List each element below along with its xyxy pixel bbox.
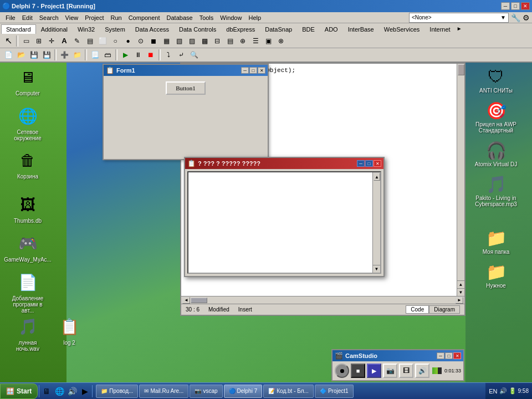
icon-network[interactable]: 🌐 Сетевое окружение — [6, 101, 50, 144]
icon-gameway[interactable]: 🎮 GameWay_MyAc... — [6, 229, 50, 265]
comp-btn-6[interactable]: ▤ — [84, 35, 96, 47]
camstudio-max[interactable]: □ — [445, 352, 453, 359]
tab-bde[interactable]: BDE — [297, 24, 320, 34]
icon-trash[interactable]: 🗑 Корзина — [6, 146, 50, 182]
start-button[interactable]: 🪟 Start — [0, 383, 38, 399]
code-vscrollbar[interactable]: ▲ ▼ — [457, 64, 464, 296]
inspect-btn[interactable]: 🔍 — [188, 49, 200, 61]
tab-dbexpress[interactable]: dbExpress — [221, 24, 260, 34]
taskbar-btn-delphi[interactable]: 🔵 Delphi 7 — [224, 385, 263, 398]
comp-btn-15[interactable]: ▩ — [198, 35, 211, 47]
code-hscrollbar[interactable]: ◄ ► — [181, 296, 464, 304]
component-selector[interactable]: <None> ▼ — [409, 13, 509, 23]
icon-log[interactable]: 📋 log 2 — [47, 312, 91, 348]
vscroll-up[interactable]: ▲ — [457, 280, 464, 288]
run-btn[interactable]: ▶ — [119, 49, 131, 61]
ql-icon-2[interactable]: 🌐 — [53, 385, 65, 397]
stop-btn[interactable]: ⏹ — [145, 49, 157, 61]
tab-ado[interactable]: ADO — [320, 24, 343, 34]
taskbar-btn-notepad[interactable]: 📝 Код.bt - Бл... — [263, 385, 314, 398]
hscroll-right[interactable]: ► — [456, 297, 463, 304]
taskbar-btn-project1[interactable]: 🔷 Project1 — [315, 385, 354, 398]
icon-computer[interactable]: 🖥 Computer — [6, 63, 50, 99]
icon-needed[interactable]: 📁 Нужное — [466, 260, 526, 291]
dialog-min-btn[interactable]: ─ — [357, 160, 365, 167]
comp-btn-3[interactable]: ✛ — [45, 35, 58, 47]
comp-btn-14[interactable]: ▨ — [186, 35, 198, 47]
tab-scroll-right[interactable]: ► — [456, 24, 463, 34]
taskbar-btn-vscap[interactable]: 📷 vscap — [190, 385, 222, 398]
icon-myfolder[interactable]: 📁 Моя папка — [466, 226, 526, 257]
unit-btn[interactable]: 📃 — [89, 49, 101, 61]
comp-btn-20[interactable]: ▣ — [262, 35, 274, 47]
ide-close-btn[interactable]: ✕ — [521, 2, 530, 10]
comp-btn-10[interactable]: ⊙ — [135, 35, 147, 47]
comp-btn-5[interactable]: ✎ — [71, 35, 83, 47]
form1-min-btn[interactable]: ─ — [241, 67, 249, 74]
code-tab-diagram[interactable]: Diagram — [429, 305, 460, 314]
ide-maximize-btn[interactable]: □ — [511, 2, 520, 10]
comp-btn-19[interactable]: ☰ — [249, 35, 262, 47]
pause-btn[interactable]: ⏸ — [132, 49, 144, 61]
ide-minimize-btn[interactable]: ─ — [501, 2, 510, 10]
camstudio-min[interactable]: ─ — [437, 352, 444, 359]
icon-pakito[interactable]: 🎵 Pakito - Living in Cyberspace.mp3 — [466, 172, 526, 209]
icon-anti-cheats[interactable]: 🛡 ANTI CHИТы — [466, 65, 526, 96]
vscroll-down[interactable]: ▼ — [457, 288, 464, 296]
form1-close-btn[interactable]: ✕ — [258, 67, 265, 74]
hscroll-left[interactable]: ◄ — [182, 297, 190, 304]
save-all-btn[interactable]: 💾 — [40, 49, 53, 61]
comp-btn-4[interactable]: A — [58, 35, 70, 47]
menu-view[interactable]: View — [62, 14, 82, 22]
button1[interactable]: Button1 — [166, 81, 205, 95]
code-tab-code[interactable]: Code — [406, 305, 429, 314]
trace-btn[interactable]: ⤶ — [175, 49, 187, 61]
save-btn[interactable]: 💾 — [28, 49, 40, 61]
icon-virtual-dj[interactable]: 🎧 Atomix Virtual DJ — [466, 139, 526, 170]
menu-tools[interactable]: Tools — [196, 14, 217, 22]
tab-data-access[interactable]: Data Access — [130, 24, 174, 34]
menu-edit[interactable]: Edit — [19, 14, 36, 22]
ql-icon-1[interactable]: 🖥 — [40, 385, 53, 397]
comp-btn-12[interactable]: ▦ — [160, 35, 172, 47]
dialog-vscrollbar[interactable]: ▲ ▼ — [372, 172, 380, 273]
menu-component[interactable]: Component — [125, 14, 163, 22]
new-btn[interactable]: 📄 — [2, 49, 14, 61]
cursor-btn[interactable]: ↖ — [2, 35, 14, 47]
menu-project[interactable]: Project — [81, 14, 107, 22]
menu-database[interactable]: Database — [163, 14, 196, 22]
comp-btn-8[interactable]: ○ — [109, 35, 121, 47]
taskbar-btn-mailru[interactable]: ✉ Mail.Ru Are... — [139, 385, 188, 398]
comp-btn-7[interactable]: ⬜ — [96, 35, 109, 47]
comp-btn-16[interactable]: ⊟ — [211, 35, 223, 47]
dialog-vscroll-down[interactable]: ▼ — [373, 265, 380, 273]
dialog-max-btn[interactable]: □ — [365, 160, 373, 167]
taskbar-btn-explorer[interactable]: 📁 Провод... — [96, 385, 138, 398]
comp-btn-9[interactable]: ● — [122, 35, 134, 47]
menu-search[interactable]: Search — [36, 14, 62, 22]
cam-btn2[interactable]: ■ — [351, 364, 365, 378]
tab-internet[interactable]: Internet — [424, 24, 455, 34]
dialog-close-btn[interactable]: ✕ — [374, 160, 381, 167]
menu-help[interactable]: Help — [245, 14, 264, 22]
comp-btn-21[interactable]: ⊗ — [275, 35, 287, 47]
cam-btn3[interactable]: ▶ — [367, 364, 381, 378]
tab-interbase[interactable]: InterBase — [343, 24, 379, 34]
tab-additional[interactable]: Additional — [36, 24, 73, 34]
dialog-vscroll-up[interactable]: ▲ — [374, 173, 380, 181]
menu-run[interactable]: Run — [107, 14, 125, 22]
tab-data-controls[interactable]: Data Controls — [174, 24, 221, 34]
form-btn[interactable]: 🗃 — [101, 49, 114, 61]
step-btn[interactable]: ⤵ — [162, 49, 175, 61]
tab-webservices[interactable]: WebServices — [379, 24, 425, 34]
camstudio-close[interactable]: ✕ — [453, 352, 461, 359]
menu-window[interactable]: Window — [217, 14, 245, 22]
ql-icon-3[interactable]: 🔊 — [66, 385, 78, 397]
tab-win32[interactable]: Win32 — [73, 24, 100, 34]
cam-btn5[interactable]: 🎞 — [399, 364, 413, 378]
comp-btn-1[interactable]: ▭ — [20, 35, 32, 47]
icon-add-programs[interactable]: 📄 Добавление программ в авт... — [6, 268, 50, 316]
toolbar-icon1[interactable]: 🔧 — [511, 13, 520, 22]
comp-btn-11[interactable]: ◼ — [147, 35, 160, 47]
add-file-btn[interactable]: ➕ — [58, 49, 70, 61]
